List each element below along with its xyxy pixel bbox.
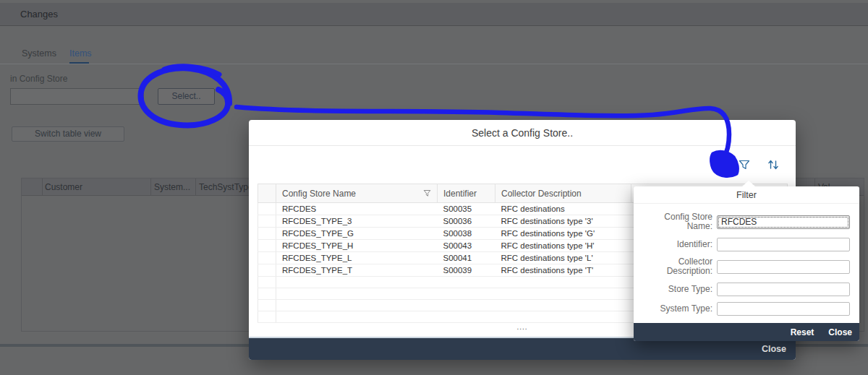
page-title: Changes — [20, 9, 58, 20]
filter-field-row: Identifier: — [643, 238, 850, 251]
identifier-cell: S00041 — [438, 252, 495, 264]
filter-field-row: Config Store Name: — [643, 212, 850, 232]
tab-items[interactable]: Items — [69, 48, 92, 59]
collector-description-cell: RFC destinations type 'T' — [495, 264, 631, 277]
tab-systems[interactable]: Systems — [22, 48, 56, 59]
popover-arrow — [742, 181, 755, 186]
filter-form: Config Store Name: Identifier: Collector… — [634, 204, 859, 316]
identifier-cell: S00043 — [438, 240, 495, 252]
filter-popover: Filter Config Store Name: Identifier: Co… — [634, 186, 859, 341]
identifier-cell: S00038 — [438, 228, 495, 240]
empty-cell — [495, 277, 631, 288]
filter-collector-description-input[interactable] — [717, 260, 850, 274]
row-selector-cell — [258, 300, 276, 311]
empty-cell — [276, 277, 438, 288]
row-selector-cell[interactable] — [258, 203, 276, 215]
filter-field-row: Collector Description: — [643, 257, 850, 277]
collector-description-cell: RFC destinations — [495, 203, 631, 215]
column-divider — [195, 178, 196, 196]
column-header-collector-description[interactable]: Collector Description — [495, 184, 631, 203]
config-store-name-cell: RFCDES — [276, 203, 438, 215]
empty-cell — [438, 300, 495, 311]
column-header-customer[interactable]: Customer — [45, 182, 82, 192]
select-all-header-cell[interactable] — [258, 184, 276, 203]
config-store-name-cell: RFCDES_TYPE_3 — [276, 215, 438, 228]
filter-identifier-label: Identifier: — [643, 240, 712, 249]
empty-cell — [438, 277, 495, 288]
column-header-config-store-name[interactable]: Config Store Name — [276, 184, 438, 203]
app-root: Changes Systems Items in Config Store Se… — [0, 0, 868, 375]
row-selector-cell — [258, 288, 276, 300]
empty-cell — [438, 311, 495, 323]
identifier-cell: S00035 — [438, 203, 495, 215]
dialog-close-button[interactable]: Close — [762, 344, 786, 354]
identifier-cell: S00036 — [438, 215, 495, 228]
row-selector-cell[interactable] — [258, 240, 276, 252]
empty-cell — [495, 288, 631, 300]
filter-config-store-name-label: Config Store Name: — [643, 212, 712, 232]
dialog-title: Select a Config Store.. — [249, 120, 796, 146]
column-divider — [150, 178, 151, 196]
filter-identifier-input[interactable] — [717, 238, 850, 251]
row-selector-cell[interactable] — [258, 264, 276, 277]
empty-cell — [276, 288, 438, 300]
collector-description-cell: RFC destinations type 'G' — [495, 228, 631, 240]
filter-close-button[interactable]: Close — [828, 327, 852, 337]
select-button[interactable]: Select.. — [158, 88, 215, 105]
column-filter-icon[interactable] — [423, 189, 431, 197]
sort-icon[interactable] — [767, 158, 780, 171]
row-selector-cell — [258, 311, 276, 323]
filter-system-type-input[interactable] — [717, 302, 850, 316]
filter-store-type-label: Store Type: — [643, 285, 712, 294]
empty-cell — [438, 288, 495, 300]
collector-description-cell: RFC destinations type 'H' — [495, 240, 631, 252]
filter-collector-description-label: Collector Description: — [643, 257, 712, 277]
switch-table-view-button[interactable]: Switch table view — [12, 126, 124, 142]
shell-header: Changes — [0, 3, 868, 26]
config-store-name-cell: RFCDES_TYPE_G — [276, 228, 438, 240]
collector-description-cell: RFC destinations type '3' — [495, 215, 631, 228]
filter-popover-title: Filter — [634, 186, 859, 204]
config-store-name-cell: RFCDES_TYPE_T — [276, 264, 438, 277]
filter-popover-footer: Reset Close — [634, 323, 859, 341]
row-selector-cell — [258, 277, 276, 288]
identifier-cell: S00039 — [438, 264, 495, 277]
filter-field-row: System Type: — [643, 302, 850, 316]
dialog-toolbar — [249, 146, 796, 184]
config-store-name-cell: RFCDES_TYPE_H — [276, 240, 438, 252]
collector-description-cell: RFC destinations type 'L' — [495, 252, 631, 264]
filter-store-type-input[interactable] — [717, 283, 850, 296]
column-divider — [42, 178, 43, 196]
row-selector-cell[interactable] — [258, 228, 276, 240]
column-header-techsysttype[interactable]: TechSystType — [199, 182, 253, 192]
column-header-label: Collector Description — [501, 189, 582, 199]
filter-reset-button[interactable]: Reset — [791, 327, 814, 337]
column-header-system[interactable]: System... — [154, 182, 190, 192]
filter-system-type-label: System Type: — [643, 304, 712, 314]
column-header-label: Config Store Name — [282, 189, 356, 199]
config-store-input[interactable] — [10, 88, 144, 105]
config-store-name-cell: RFCDES_TYPE_L — [276, 252, 438, 264]
empty-cell — [276, 300, 438, 311]
empty-cell — [495, 300, 631, 311]
filter-config-store-name-input[interactable] — [717, 215, 850, 229]
tab-strip-divider — [0, 64, 868, 64]
filter-field-row: Store Type: — [643, 283, 850, 296]
config-store-label: in Config Store — [10, 74, 67, 84]
row-selector-cell[interactable] — [258, 215, 276, 228]
column-header-identifier[interactable]: Identifier — [438, 184, 495, 203]
row-selector-cell[interactable] — [258, 252, 276, 264]
filter-icon[interactable] — [738, 158, 751, 171]
empty-cell — [276, 311, 438, 323]
column-header-label: Identifier — [443, 189, 477, 199]
empty-cell — [495, 311, 631, 323]
